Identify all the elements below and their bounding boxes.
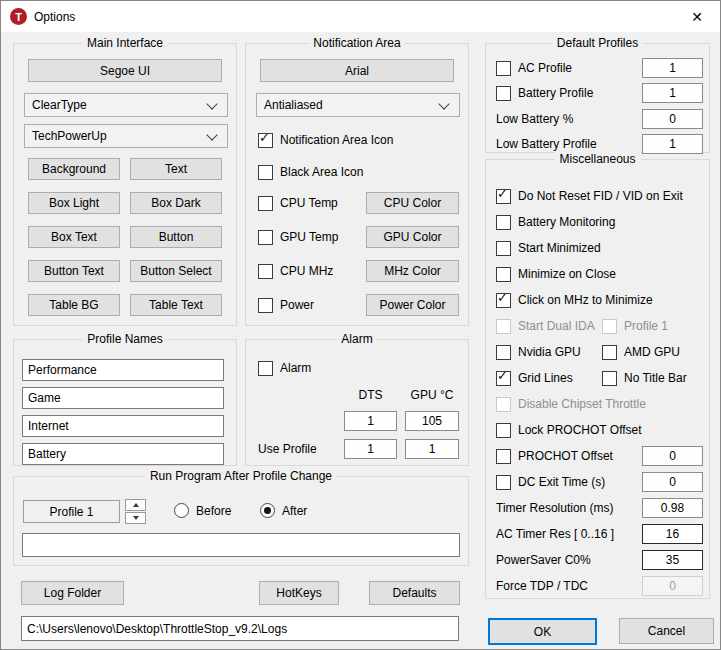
group-profile-names: Profile Names (13, 339, 237, 466)
grid-lines-checkbox[interactable] (496, 371, 511, 386)
do-not-reset-fid-vid-checkbox[interactable] (496, 189, 511, 204)
color-button-table-bg[interactable]: Table BG (28, 294, 120, 316)
checkbox-label: Disable Chipset Throttle (518, 397, 646, 411)
power-checkbox[interactable] (258, 298, 273, 313)
color-button-button[interactable]: Button (130, 226, 222, 248)
color-button-text[interactable]: Text (130, 158, 222, 180)
profile-name-3-input[interactable] (22, 415, 224, 437)
spinner-down-button[interactable] (125, 512, 146, 524)
nvidia-gpu-checkbox[interactable] (496, 345, 511, 360)
gpu-color-button[interactable]: GPU Color (366, 226, 459, 248)
chevron-down-icon (438, 98, 449, 109)
ac-profile-checkbox[interactable] (496, 61, 511, 76)
prochot-offset-checkbox[interactable] (496, 449, 511, 464)
profile-name-1-input[interactable] (22, 359, 224, 381)
checkbox-pair-row: Start Dual IDA Profile 1 (486, 315, 709, 337)
prochot-offset-field[interactable]: 0 (642, 446, 703, 466)
hotkeys-button[interactable]: HotKeys (259, 581, 339, 605)
cancel-button[interactable]: Cancel (619, 618, 714, 644)
powersaver-c0-field[interactable]: 35 (642, 550, 703, 570)
checkbox-label: Do Not Reset FID / VID on Exit (518, 189, 683, 203)
battery-monitoring-checkbox[interactable] (496, 215, 511, 230)
group-run-program: Run Program After Profile Change Profile… (13, 476, 469, 566)
ac-profile-row: AC Profile 1 (486, 57, 709, 79)
alarm-gpu-trigger-field[interactable]: 105 (405, 411, 459, 431)
battery-profile-field[interactable]: 1 (642, 83, 703, 103)
checkbox-label: Start Minimized (518, 241, 601, 255)
checkbox-label: Click on MHz to Minimize (518, 293, 653, 307)
triangle-up-icon (133, 503, 139, 507)
black-area-icon-checkbox[interactable] (258, 165, 273, 180)
profile-1-checkbox[interactable] (602, 319, 617, 334)
color-button-button-select[interactable]: Button Select (130, 260, 222, 282)
log-folder-button[interactable]: Log Folder (21, 581, 124, 605)
triangle-down-icon (133, 516, 139, 520)
defaults-button[interactable]: Defaults (369, 581, 460, 605)
alarm-checkbox[interactable] (258, 361, 273, 376)
minimize-on-close-checkbox[interactable] (496, 267, 511, 282)
radio-label: After (282, 504, 307, 518)
antialias-value: Antialiased (264, 98, 323, 112)
after-radio[interactable] (260, 503, 275, 518)
mhz-color-button[interactable]: MHz Color (366, 260, 459, 282)
cpu-mhz-checkbox[interactable] (258, 264, 273, 279)
disable-chipset-throttle-checkbox[interactable] (496, 397, 511, 412)
antialias-dropdown[interactable]: Antialiased (256, 93, 460, 117)
no-title-bar-checkbox[interactable] (602, 371, 617, 386)
amd-gpu-checkbox[interactable] (602, 345, 617, 360)
start-dual-ida-checkbox[interactable] (496, 319, 511, 334)
cpu-temp-checkbox[interactable] (258, 196, 273, 211)
lock-prochot-offset-checkbox[interactable] (496, 423, 511, 438)
log-path-field[interactable] (21, 616, 459, 641)
color-button-table-text[interactable]: Table Text (130, 294, 222, 316)
group-alarm: Alarm Alarm DTS GPU °C 1 105 Use Profile… (245, 339, 469, 466)
profile-name-2-input[interactable] (22, 387, 224, 409)
spinner-up-button[interactable] (125, 499, 146, 511)
battery-profile-checkbox[interactable] (496, 86, 511, 101)
dc-exit-time-field[interactable]: 0 (642, 472, 703, 492)
color-button-background[interactable]: Background (28, 158, 120, 180)
checkbox-row: Minimize on Close (486, 263, 709, 285)
cpu-color-button[interactable]: CPU Color (366, 192, 459, 214)
close-button[interactable]: ✕ (674, 1, 720, 32)
label-field-row: PowerSaver C0% 35 (486, 549, 709, 571)
chevron-down-icon (206, 98, 217, 109)
ok-button[interactable]: OK (488, 618, 597, 645)
checkbox-row: Notification Area Icon (246, 129, 468, 151)
notification-area-icon-checkbox[interactable] (258, 133, 273, 148)
power-color-button[interactable]: Power Color (366, 294, 459, 316)
group-title: Notification Area (308, 36, 405, 50)
power-row: Power Power Color (246, 294, 468, 316)
low-battery-profile-field[interactable]: 1 (642, 134, 703, 154)
font-smoothing-dropdown[interactable]: ClearType (24, 93, 228, 117)
interface-font-button[interactable]: Segoe UI (28, 59, 222, 82)
alarm-dts-trigger-field[interactable]: 1 (344, 411, 397, 431)
color-button-box-text[interactable]: Box Text (28, 226, 120, 248)
color-button-button-text[interactable]: Button Text (28, 260, 120, 282)
low-battery-pct-field[interactable]: 0 (642, 109, 703, 129)
field-label: Timer Resolution (ms) (496, 501, 614, 515)
checkbox-label: Black Area Icon (280, 165, 363, 179)
color-button-box-light[interactable]: Box Light (28, 192, 120, 214)
theme-dropdown[interactable]: TechPowerUp (24, 124, 228, 148)
start-minimized-checkbox[interactable] (496, 241, 511, 256)
ac-profile-field[interactable]: 1 (642, 58, 703, 78)
checkbox-label: Profile 1 (624, 319, 668, 333)
label-field-row: Timer Resolution (ms) 0.98 (486, 497, 709, 519)
color-button-box-dark[interactable]: Box Dark (130, 192, 222, 214)
checkbox-label: Notification Area Icon (280, 133, 393, 147)
gpu-temp-checkbox[interactable] (258, 230, 273, 245)
click-mhz-minimize-checkbox[interactable] (496, 293, 511, 308)
dc-exit-time-checkbox[interactable] (496, 475, 511, 490)
before-radio[interactable] (174, 503, 189, 518)
alarm-dts-profile-field[interactable]: 1 (344, 439, 397, 459)
cpu-mhz-row: CPU MHz MHz Color (246, 260, 468, 282)
battery-profile-row: Battery Profile 1 (486, 82, 709, 104)
run-program-profile-selector[interactable]: Profile 1 (23, 500, 120, 523)
notification-font-button[interactable]: Arial (260, 59, 454, 82)
ac-timer-res-field[interactable]: 16 (642, 524, 703, 544)
run-program-command-input[interactable] (22, 533, 460, 557)
low-battery-pct-row: Low Battery % 0 (486, 108, 709, 130)
alarm-gpu-profile-field[interactable]: 1 (405, 439, 459, 459)
profile-name-4-input[interactable] (22, 443, 224, 465)
